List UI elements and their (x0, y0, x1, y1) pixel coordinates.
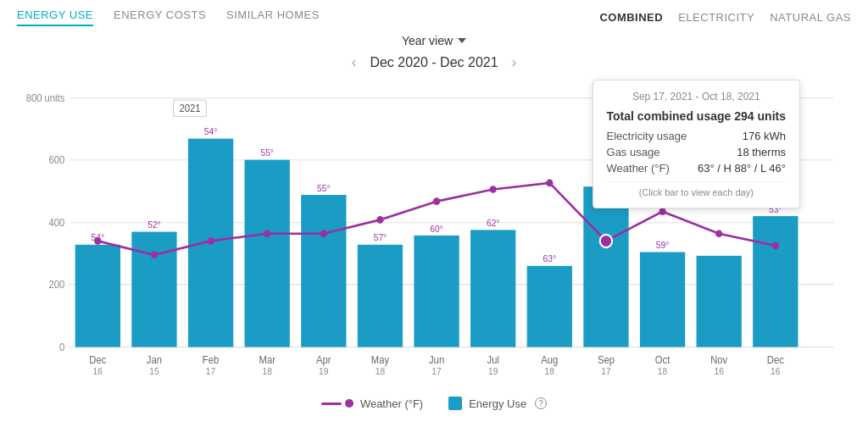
weather-dot-mar18 (264, 230, 270, 237)
svg-text:Nov: Nov (710, 354, 727, 365)
weather-dot-apr19 (320, 230, 327, 237)
weather-dot-feb17 (207, 237, 214, 245)
svg-text:17: 17 (206, 366, 216, 376)
svg-text:Apr: Apr (316, 354, 331, 365)
svg-text:16: 16 (715, 366, 725, 376)
svg-text:54°: 54° (204, 126, 217, 136)
weather-dot-legend (345, 399, 353, 408)
weather-dot-sep17 (600, 235, 612, 247)
svg-text:55°: 55° (317, 182, 330, 192)
bar-mar18[interactable] (245, 160, 290, 347)
legend-energy-label: Energy Use (469, 397, 526, 410)
svg-text:Sep: Sep (598, 354, 615, 365)
svg-text:17: 17 (431, 366, 442, 376)
svg-text:Dec: Dec (89, 354, 106, 365)
tooltip-note: (Click bar to view each day) (607, 181, 786, 197)
svg-text:800 units: 800 units (26, 92, 65, 103)
svg-text:Dec: Dec (767, 354, 784, 365)
tooltip: Sep 17, 2021 - Oct 18, 2021 Total combin… (593, 80, 800, 208)
svg-text:200: 200 (49, 279, 65, 290)
svg-text:May: May (371, 354, 389, 365)
weather-dot-nov16 (715, 230, 722, 237)
date-nav: ‹ Dec 2020 - Dec 2021 › (17, 53, 851, 71)
tooltip-row-electricity: Electricity usage 176 kWh (607, 130, 786, 142)
svg-text:400: 400 (49, 217, 65, 228)
bar-dec16[interactable] (75, 245, 120, 347)
svg-text:Jun: Jun (429, 354, 444, 365)
tooltip-row-weather: Weather (°F) 63° / H 88° / L 46° (607, 162, 786, 175)
weather-dot-jul19 (490, 186, 497, 193)
svg-text:600: 600 (49, 154, 65, 165)
bar-may18[interactable] (358, 245, 403, 347)
tooltip-title: Total combined usage294 units (607, 109, 786, 123)
legend: Weather (°F) Energy Use ? (17, 397, 851, 410)
svg-text:16: 16 (771, 366, 781, 376)
bar-sep17[interactable] (583, 186, 628, 347)
svg-text:18: 18 (263, 366, 273, 376)
weather-dot-jun17 (433, 197, 440, 205)
weather-dot-dec16b (772, 242, 779, 250)
tab-combined[interactable]: COMBINED (599, 11, 663, 24)
nav-right: COMBINED ELECTRICITY NATURAL GAS (599, 11, 851, 24)
nav-left: ENERGY USE ENERGY COSTS SIMILAR HOMES (17, 8, 320, 26)
dropdown-arrow-icon (458, 38, 466, 43)
svg-text:Oct: Oct (655, 354, 670, 365)
date-range-label: Dec 2020 - Dec 2021 (370, 55, 498, 70)
tooltip-gas-value: 18 therms (737, 146, 786, 158)
tab-electricity[interactable]: ELECTRICITY (678, 11, 754, 24)
svg-text:18: 18 (376, 366, 386, 376)
help-icon[interactable]: ? (535, 397, 547, 409)
svg-text:19: 19 (319, 366, 329, 376)
prev-date-button[interactable]: ‹ (351, 53, 356, 71)
legend-weather: Weather (°F) (321, 397, 423, 410)
svg-text:63°: 63° (543, 253, 556, 264)
bar-dec16b[interactable] (753, 216, 798, 347)
svg-text:60°: 60° (430, 223, 442, 233)
svg-text:59°: 59° (656, 240, 669, 250)
svg-text:2021: 2021 (179, 103, 200, 114)
tooltip-weather-value: 63° / H 88° / L 46° (698, 162, 786, 175)
chart-area: 800 units 600 400 200 0 2021 54° Dec 16 … (17, 80, 851, 393)
svg-text:Jul: Jul (487, 354, 499, 365)
svg-text:52°: 52° (147, 219, 160, 230)
next-date-button[interactable]: › (512, 53, 517, 71)
svg-text:Mar: Mar (259, 354, 276, 365)
svg-text:15: 15 (149, 366, 159, 376)
bar-jul19[interactable] (470, 230, 515, 347)
svg-text:18: 18 (545, 366, 555, 376)
bar-oct18[interactable] (640, 253, 685, 347)
bar-jun17[interactable] (414, 236, 459, 347)
tab-similar-homes[interactable]: SIMILAR HOMES (226, 8, 320, 26)
weather-dot-aug18 (546, 180, 553, 187)
tab-natural-gas[interactable]: NATURAL GAS (770, 11, 851, 24)
bar-aug18[interactable] (527, 266, 572, 347)
svg-text:18: 18 (658, 366, 668, 376)
chart-container: ENERGY USE ENERGY COSTS SIMILAR HOMES CO… (0, 0, 868, 433)
weather-line-legend (321, 402, 342, 405)
weather-dot-jan15 (151, 251, 158, 258)
weather-dot-oct18 (659, 208, 665, 215)
tooltip-gas-label: Gas usage (607, 146, 660, 158)
svg-text:55°: 55° (260, 147, 273, 158)
svg-text:62°: 62° (487, 218, 499, 228)
tab-energy-costs[interactable]: ENERGY COSTS (114, 8, 206, 26)
view-selector: Year view (17, 33, 851, 48)
tooltip-electricity-value: 176 kWh (743, 130, 786, 142)
tooltip-row-gas: Gas usage 18 therms (607, 146, 786, 158)
energy-box-legend (448, 397, 462, 410)
svg-text:Jan: Jan (147, 354, 162, 365)
bar-nov16[interactable] (697, 256, 742, 347)
tab-energy-use[interactable]: ENERGY USE (17, 8, 93, 26)
tooltip-weather-label: Weather (°F) (607, 162, 670, 175)
year-view-button[interactable]: Year view (402, 34, 466, 47)
svg-text:0: 0 (59, 341, 64, 353)
svg-text:17: 17 (601, 366, 611, 376)
svg-text:57°: 57° (374, 232, 387, 242)
legend-energy: Energy Use ? (448, 397, 547, 410)
year-view-label: Year view (402, 34, 453, 47)
svg-text:19: 19 (488, 366, 498, 376)
tooltip-date: Sep 17, 2021 - Oct 18, 2021 (607, 91, 786, 103)
bar-jan15[interactable] (131, 232, 176, 347)
bar-apr19[interactable] (301, 195, 346, 347)
svg-text:16: 16 (93, 366, 103, 376)
